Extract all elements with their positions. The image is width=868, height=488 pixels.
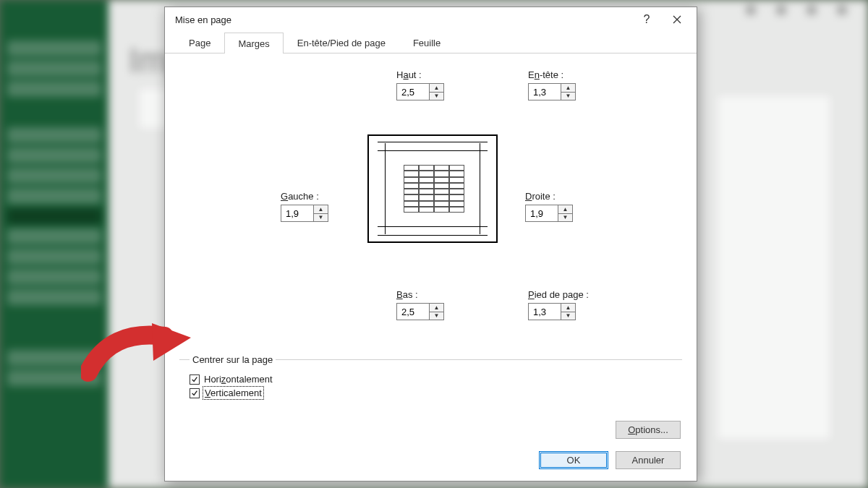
center-on-page-group: Centrer sur la page Horizontalement Vert… <box>179 354 682 404</box>
center-legend: Centrer sur la page <box>190 354 276 365</box>
margin-entete-label: En-tête : <box>528 69 593 80</box>
margin-pied-input[interactable] <box>529 304 561 320</box>
margin-haut-spinner[interactable]: ▲▼ <box>396 83 444 100</box>
tab-marges[interactable]: Marges <box>224 33 283 53</box>
spin-up-icon[interactable]: ▲ <box>558 205 572 214</box>
spin-down-icon[interactable]: ▼ <box>314 214 328 222</box>
margin-droite-label: Droite : <box>525 191 590 202</box>
options-button[interactable]: Options... <box>616 421 681 439</box>
spin-down-icon[interactable]: ▼ <box>430 93 443 100</box>
check-icon <box>191 376 198 383</box>
close-button[interactable] <box>662 9 692 30</box>
tab-entete-pied[interactable]: En-tête/Pied de page <box>284 32 399 53</box>
margin-pied-group: Pied de page : ▲▼ <box>528 289 608 320</box>
margin-entete-input[interactable] <box>529 84 561 100</box>
dialog-title: Mise en page <box>175 14 631 25</box>
spin-down-icon[interactable]: ▼ <box>561 93 575 100</box>
help-button[interactable]: ? <box>631 9 662 30</box>
spin-up-icon[interactable]: ▲ <box>430 304 443 312</box>
dialog-footer: OK Annuler <box>539 451 681 469</box>
titlebar: Mise en page ? <box>165 7 697 32</box>
checkbox-horizontal-label: Horizontalement <box>204 374 273 385</box>
margin-haut-input[interactable] <box>397 84 429 100</box>
checkbox-horizontal[interactable] <box>190 374 200 385</box>
spin-down-icon[interactable]: ▼ <box>561 312 575 320</box>
margin-entete-group: En-tête : ▲▼ <box>528 69 593 100</box>
cancel-button[interactable]: Annuler <box>616 451 681 469</box>
margin-gauche-label: Gauche : <box>281 191 346 202</box>
spin-down-icon[interactable]: ▼ <box>430 312 443 320</box>
spin-up-icon[interactable]: ▲ <box>561 84 575 93</box>
spin-up-icon[interactable]: ▲ <box>561 304 575 312</box>
ok-button[interactable]: OK <box>539 451 608 469</box>
margin-haut-label: Haut : <box>396 69 461 80</box>
margin-pied-spinner[interactable]: ▲▼ <box>528 303 576 320</box>
margin-bas-label: Bas : <box>396 289 461 300</box>
margin-bas-input[interactable] <box>397 304 429 320</box>
page-setup-dialog: Mise en page ? Page Marges En-tête/Pied … <box>164 7 697 481</box>
margin-haut-group: Haut : ▲▼ <box>396 69 461 100</box>
margin-entete-spinner[interactable]: ▲▼ <box>528 83 576 100</box>
margin-droite-input[interactable] <box>526 205 558 221</box>
close-icon <box>673 15 681 24</box>
margin-gauche-spinner[interactable]: ▲▼ <box>281 205 328 222</box>
spin-up-icon[interactable]: ▲ <box>430 84 443 93</box>
margin-bas-spinner[interactable]: ▲▼ <box>396 303 444 320</box>
tab-strip: Page Marges En-tête/Pied de page Feuille <box>165 32 697 53</box>
margin-droite-group: Droite : ▲▼ <box>525 191 590 222</box>
dialog-body: Haut : ▲▼ En-tête : ▲▼ Gauche : ▲▼ <box>165 53 697 481</box>
margin-pied-label: Pied de page : <box>528 289 608 300</box>
tab-feuille[interactable]: Feuille <box>399 32 454 53</box>
margin-bas-group: Bas : ▲▼ <box>396 289 461 320</box>
spin-down-icon[interactable]: ▼ <box>558 214 572 222</box>
page-preview <box>367 134 498 243</box>
spin-up-icon[interactable]: ▲ <box>314 205 328 214</box>
margin-droite-spinner[interactable]: ▲▼ <box>525 205 573 222</box>
margin-gauche-input[interactable] <box>281 205 313 221</box>
checkbox-vertical-label: Verticalement <box>204 388 263 398</box>
check-icon <box>191 390 198 397</box>
tab-page[interactable]: Page <box>175 32 224 53</box>
margin-gauche-group: Gauche : ▲▼ <box>281 191 346 222</box>
checkbox-vertical[interactable] <box>190 388 200 398</box>
